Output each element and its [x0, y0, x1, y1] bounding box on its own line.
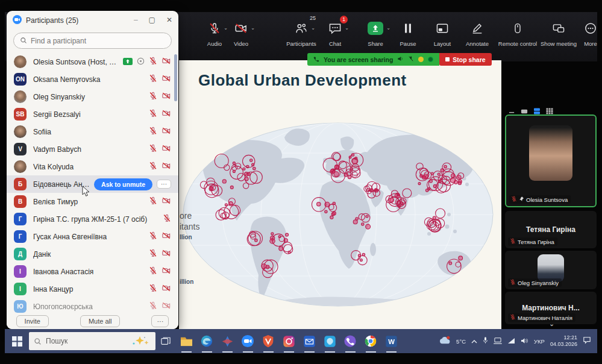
participants-scrollbar[interactable] [174, 54, 177, 101]
participant-name: Інна Канцур [33, 285, 145, 293]
legend-fragment: ore [180, 211, 192, 221]
minimize-icon[interactable]: – [134, 16, 138, 24]
security-shield-taskbar-icon[interactable] [258, 329, 278, 353]
layout-icon [436, 19, 449, 37]
participant-row[interactable]: ГГусак Анна Євгеніївна [7, 228, 178, 245]
participant-status-icons [163, 214, 171, 225]
participant-row[interactable]: Vita Kolyuda [7, 158, 178, 175]
participant-more-button[interactable]: ··· [157, 180, 171, 189]
messenger-app-taskbar-icon[interactable] [319, 329, 340, 353]
tray-network-icon[interactable] [507, 336, 515, 347]
tray-mic-icon[interactable] [483, 336, 488, 347]
participant-status-icons [149, 301, 171, 312]
sharing-banner-text: You are screen sharing [324, 56, 393, 63]
participant-row[interactable]: Oleg Sinyanskiy [7, 88, 178, 105]
chevron-down-icon[interactable]: ⌄ [386, 25, 390, 31]
taskbar-search[interactable]: Пошук [29, 332, 155, 350]
participant-row[interactable]: ЮЮпогопсяоєрська [7, 298, 178, 313]
tray-date: 04.03.2026 [550, 341, 577, 348]
camera-off-icon [161, 127, 171, 137]
toolbar-layout-button[interactable]: Layout [425, 19, 459, 54]
toolbar-more-button[interactable]: More [577, 19, 602, 54]
participant-row[interactable]: ГГиріна Т.С. група ЖМ-25-1 (7 осіб) [7, 210, 178, 228]
participant-status-icons [149, 249, 171, 260]
participant-name: Oksana Nemyrovska [33, 75, 145, 84]
participant-row[interactable]: ДДанік [7, 245, 178, 263]
tray-clock[interactable]: 12:21 04.03.2026 [550, 334, 577, 348]
toolbar-video-button[interactable]: ⌄Video [223, 19, 259, 54]
participant-row[interactable]: ББідованець АндрійAsk to unmute··· [7, 175, 178, 193]
participant-row[interactable]: ВВелієв Тимур [7, 193, 178, 210]
photos-taskbar-icon[interactable] [217, 329, 237, 353]
maximize-icon[interactable]: ▢ [149, 16, 155, 24]
search-icon [20, 36, 27, 46]
file-explorer-taskbar-icon[interactable] [176, 329, 196, 353]
chevron-down-icon[interactable]: ⌄ [311, 25, 315, 31]
participant-row[interactable]: SBSergii Bezsalyi [7, 105, 178, 123]
toolbar-pause-button[interactable]: Pause [393, 19, 422, 54]
tray-chevron-up-icon[interactable] [471, 336, 477, 347]
participant-name: Sergii Bezsalyi [33, 110, 145, 119]
participant-row[interactable]: ІІнна Канцур [7, 280, 178, 298]
avatar: І [14, 265, 27, 278]
weather-icon[interactable] [439, 336, 451, 347]
participant-name: Vita Kolyuda [33, 163, 145, 171]
chevron-down-icon[interactable]: ⌄ [549, 320, 554, 328]
chevron-down-icon[interactable]: ⌄ [345, 25, 349, 31]
pause-icon [403, 19, 413, 37]
camera-off-icon [161, 109, 171, 120]
participant-status-icons [149, 266, 171, 277]
stop-share-button[interactable]: Stop share [439, 53, 491, 66]
search-input[interactable] [31, 37, 151, 45]
toolbar-annotate-button[interactable]: Annotate [458, 19, 497, 54]
participant-name: Іванова Анастасія [33, 268, 145, 276]
edge-taskbar-icon[interactable] [196, 329, 217, 353]
instagram-taskbar-icon[interactable] [278, 329, 299, 353]
video-tile[interactable]: Oleg Sinyanskiy [505, 251, 597, 289]
tile-participant-name: Oleg Sinyanskiy [518, 280, 559, 286]
avatar: Г [14, 213, 27, 225]
tray-device-icon[interactable] [494, 336, 502, 347]
zoom-taskbar-icon[interactable] [237, 329, 258, 353]
mic-off-icon [149, 284, 157, 295]
participant-row[interactable]: VVadym Babych [7, 140, 178, 158]
video-tile[interactable]: Olesia Suntsova [505, 115, 597, 207]
toolbar-chat-button[interactable]: 1⌄Chat [318, 19, 352, 54]
footer-more-button[interactable]: ··· [151, 315, 169, 327]
viber-taskbar-icon[interactable] [340, 329, 360, 353]
participant-row[interactable]: Sofiia [7, 123, 178, 140]
mail-taskbar-icon[interactable] [299, 329, 319, 353]
participant-row[interactable]: ONOksana Nemyrovska [7, 71, 178, 88]
toolbar-remote-control-button[interactable]: Remote control [494, 19, 541, 54]
close-icon[interactable]: ✕ [166, 16, 172, 24]
panel-title: Participants (25) [26, 16, 78, 25]
tray-language[interactable]: УКР [534, 338, 545, 345]
mute-all-button[interactable]: Mute all [80, 315, 121, 327]
cam-off-icon: ⌄ [234, 19, 248, 37]
participant-row[interactable]: Olesia Suntsova (Host, me) [7, 53, 178, 71]
browser-taskbar-icon[interactable] [360, 329, 381, 353]
participant-search[interactable] [13, 33, 172, 49]
tile-participant-name: Мартинович Наталія [518, 315, 572, 321]
video-tile[interactable]: Тетяна ГирінаТетяна Гиріна [505, 211, 597, 248]
word-taskbar-icon[interactable]: W [381, 329, 401, 353]
toolbar-share-button[interactable]: ⌄Share [358, 19, 393, 54]
invite-button[interactable]: Invite [16, 315, 49, 327]
screen-sharing-banner: You are screen sharing Stop share [307, 53, 492, 66]
participant-status-icons [149, 109, 171, 120]
screens-icon [552, 19, 565, 37]
legend-fragment: itants [180, 222, 199, 231]
chevron-down-icon[interactable]: ⌄ [251, 25, 255, 31]
tray-volume-icon[interactable] [521, 336, 528, 347]
start-button[interactable] [5, 329, 29, 353]
toolbar-label: Remote control [498, 40, 537, 47]
notification-icon[interactable] [583, 336, 591, 347]
ask-to-unmute-button[interactable]: Ask to unmute [94, 178, 152, 190]
mic-off-icon [149, 144, 157, 155]
toolbar-label: Video [234, 40, 248, 47]
task-view-button[interactable] [155, 336, 176, 346]
toolbar-show-meeting-button[interactable]: Show meeting [539, 19, 578, 54]
video-tile[interactable]: Мартинович Н...Мартинович Наталія [505, 292, 597, 324]
windows-taskbar: Пошук W 5°C УКР 12:21 04.03.2026 [5, 329, 597, 353]
participant-row[interactable]: ІІванова Анастасія [7, 263, 178, 280]
